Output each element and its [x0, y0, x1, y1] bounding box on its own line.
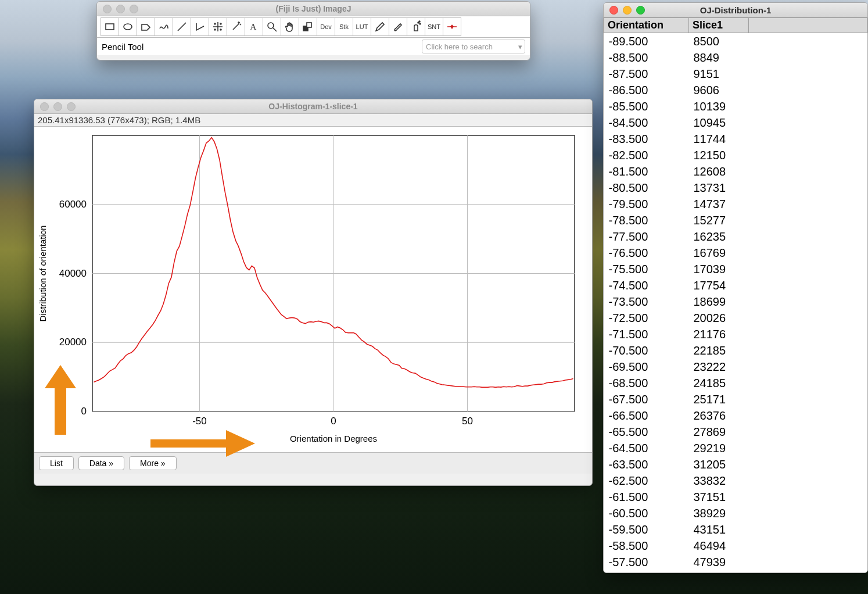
- table-row[interactable]: -78.50015277: [604, 212, 867, 228]
- tool-oval[interactable]: [119, 17, 137, 36]
- tool-magnify[interactable]: [263, 17, 281, 36]
- cell-slice1: 8500: [689, 33, 749, 50]
- tool-pencil[interactable]: [371, 17, 389, 36]
- table-row[interactable]: -60.50038929: [604, 505, 867, 521]
- close-icon[interactable]: [103, 5, 112, 13]
- table-row[interactable]: -87.5009151: [604, 66, 867, 82]
- svg-text:A: A: [250, 22, 257, 32]
- tool-polygon[interactable]: [137, 17, 155, 36]
- table-row[interactable]: -70.50022185: [604, 342, 867, 359]
- table-row[interactable]: -69.50023222: [604, 359, 867, 375]
- distribution-titlebar[interactable]: OJ-Distribution-1: [604, 3, 867, 17]
- cell-slice1: 27869: [689, 424, 749, 440]
- cell-orientation: -82.500: [604, 147, 689, 163]
- tool-spray[interactable]: [407, 17, 425, 36]
- col-slice1-header[interactable]: Slice1: [689, 18, 749, 33]
- svg-line-13: [273, 28, 277, 31]
- table-row[interactable]: -75.50017039: [604, 261, 867, 277]
- table-row[interactable]: -83.50011744: [604, 131, 867, 147]
- table-row[interactable]: -88.5008849: [604, 49, 867, 66]
- table-row[interactable]: -85.50010139: [604, 98, 867, 114]
- table-row[interactable]: -73.50018699: [604, 294, 867, 310]
- tool-lut[interactable]: LUT: [353, 17, 371, 36]
- cell-slice1: 37151: [689, 489, 749, 505]
- table-row[interactable]: -61.50037151: [604, 489, 867, 505]
- table-row[interactable]: -81.50012608: [604, 163, 867, 180]
- table-row[interactable]: -71.50021176: [604, 326, 867, 342]
- distribution-body: Orientation Slice1 -89.5008500-88.500884…: [604, 17, 867, 573]
- tool-line[interactable]: [173, 17, 191, 36]
- table-row[interactable]: -89.5008500: [604, 33, 867, 50]
- imagej-titlebar[interactable]: (Fiji Is Just) ImageJ: [97, 2, 530, 16]
- plot-area: -500500200004000060000Orientation in Deg…: [34, 127, 592, 452]
- traffic-lights-imagej: [103, 5, 138, 13]
- table-row[interactable]: -64.50029219: [604, 440, 867, 456]
- table-row[interactable]: -58.50046494: [604, 538, 867, 554]
- svg-text:0: 0: [81, 406, 87, 417]
- table-row[interactable]: -63.50031205: [604, 456, 867, 473]
- minimize-icon[interactable]: [53, 102, 62, 111]
- tool-stk[interactable]: Stk: [335, 17, 353, 36]
- cell-slice1: 17039: [689, 261, 749, 277]
- histogram-titlebar[interactable]: OJ-Histogram-1-slice-1: [34, 99, 592, 114]
- table-row[interactable]: -84.50010945: [604, 114, 867, 131]
- maximize-icon[interactable]: [130, 5, 138, 13]
- maximize-icon[interactable]: [67, 102, 76, 111]
- cell-slice1: 33832: [689, 473, 749, 489]
- cell-orientation: -71.500: [604, 326, 689, 342]
- cell-slice1: 20026: [689, 310, 749, 326]
- tool-text[interactable]: A: [245, 17, 263, 36]
- table-row[interactable]: -86.5009606: [604, 82, 867, 98]
- cell-orientation: -78.500: [604, 212, 689, 228]
- tool-angle[interactable]: [191, 17, 209, 36]
- tool-snt[interactable]: SNT: [425, 17, 443, 36]
- table-row[interactable]: -82.50012150: [604, 147, 867, 163]
- table-row[interactable]: -76.50016769: [604, 245, 867, 261]
- cell-slice1: 17754: [689, 277, 749, 294]
- data-button[interactable]: Data »: [78, 456, 124, 470]
- col-orientation-header[interactable]: Orientation: [604, 18, 689, 33]
- table-row[interactable]: -67.50025171: [604, 391, 867, 407]
- cell-slice1: 10139: [689, 98, 749, 114]
- table-row[interactable]: -80.50013731: [604, 180, 867, 196]
- annotation-arrow-up-icon: [45, 365, 76, 436]
- table-row[interactable]: -62.50033832: [604, 473, 867, 489]
- cell-slice1: 21176: [689, 326, 749, 342]
- cell-slice1: 31205: [689, 456, 749, 473]
- cell-slice1: 46494: [689, 538, 749, 554]
- minimize-icon[interactable]: [116, 5, 125, 13]
- table-row[interactable]: -77.50016235: [604, 228, 867, 245]
- col-empty-header: [749, 18, 867, 33]
- tool-status-text: Pencil Tool: [102, 42, 144, 52]
- svg-text:0: 0: [331, 416, 336, 427]
- minimize-icon[interactable]: [623, 6, 632, 15]
- table-row[interactable]: -72.50020026: [604, 310, 867, 326]
- tool-dev[interactable]: Dev: [317, 17, 335, 36]
- cell-orientation: -68.500: [604, 375, 689, 391]
- close-icon[interactable]: [40, 102, 49, 111]
- distribution-table: Orientation Slice1 -89.5008500-88.500884…: [604, 17, 867, 570]
- table-row[interactable]: -57.50047939: [604, 554, 867, 570]
- table-row[interactable]: -66.50026376: [604, 407, 867, 424]
- table-row[interactable]: -59.50043151: [604, 521, 867, 538]
- tool-color-picker[interactable]: [299, 17, 317, 36]
- table-row[interactable]: -65.50027869: [604, 424, 867, 440]
- table-row[interactable]: -68.50024185: [604, 375, 867, 391]
- tool-wand[interactable]: [227, 17, 245, 36]
- list-button[interactable]: List: [39, 456, 74, 470]
- table-row[interactable]: -74.50017754: [604, 277, 867, 294]
- tool-point[interactable]: [209, 17, 227, 36]
- cell-orientation: -75.500: [604, 261, 689, 277]
- tool-brush[interactable]: [389, 17, 407, 36]
- table-row[interactable]: -79.50014737: [604, 196, 867, 212]
- cell-slice1: 47939: [689, 554, 749, 570]
- maximize-icon[interactable]: [636, 6, 645, 15]
- tool-freehand[interactable]: [155, 17, 173, 36]
- search-input[interactable]: Click here to search ▾: [422, 40, 525, 53]
- tool-hand[interactable]: [281, 17, 299, 36]
- cell-slice1: 10945: [689, 114, 749, 131]
- close-icon[interactable]: [609, 6, 618, 15]
- cell-orientation: -59.500: [604, 521, 689, 538]
- tool-rectangle[interactable]: [101, 17, 119, 36]
- tool-arrows[interactable]: [443, 17, 461, 36]
